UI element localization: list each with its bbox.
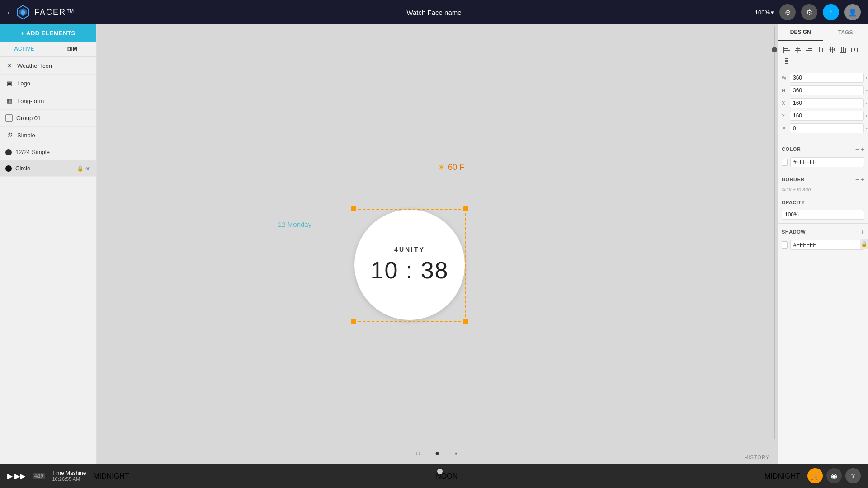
canvas-area[interactable]: ☀ 60 F 12 Monday 4UNITY 10 : (97, 24, 778, 464)
border-plus-button[interactable]: + (861, 176, 864, 183)
midnight-right-label: MIDNIGHT (764, 472, 800, 480)
layer-item-circle[interactable]: Circle 🔒 👁 (0, 160, 96, 177)
handle-top-left[interactable] (351, 206, 356, 211)
weather-element[interactable]: ☀ 60 F (437, 162, 464, 173)
top-bar-left: ‹ FACER™ (7, 5, 75, 20)
timeline-thumb[interactable] (437, 469, 443, 474)
zoom-button[interactable]: 100% ▾ (755, 9, 774, 16)
help-button[interactable]: ? (845, 468, 861, 483)
shape-square-button[interactable]: ▪ (451, 448, 461, 458)
x-label: X (782, 100, 788, 106)
visibility-layer-button[interactable]: 👁 (85, 165, 91, 172)
color-swatch[interactable] (782, 159, 788, 166)
border-section-header: BORDER − + (778, 173, 868, 186)
back-button[interactable]: ‹ (7, 8, 10, 17)
shadow-section-actions: − + (855, 228, 864, 235)
svg-rect-30 (785, 58, 788, 59)
layer-item-12-24-simple[interactable]: 12/24 Simple (0, 144, 96, 160)
layer-actions: 🔒 👁 (77, 165, 91, 172)
layer-item-simple[interactable]: ⏱ Simple (0, 127, 96, 144)
track-name: Time Mashine (52, 470, 86, 476)
selected-element[interactable]: 4UNITY 10 : 38 (354, 209, 466, 322)
layer-item-group01[interactable]: Group 01 (0, 110, 96, 127)
width-input[interactable] (790, 73, 864, 83)
svg-rect-3 (783, 48, 788, 49)
add-elements-button[interactable]: + ADD ELEMENTS (0, 24, 96, 42)
color-minus-button[interactable]: − (855, 145, 859, 153)
slider-thumb[interactable] (772, 47, 777, 52)
track-info: Time Mashine 10:26:55 AM (52, 470, 86, 482)
shadow-plus-button[interactable]: + (861, 228, 864, 235)
layer-tabs: ACTIVE DIM (0, 42, 96, 57)
x-more[interactable]: ••• (866, 100, 868, 106)
opacity-input[interactable] (782, 210, 864, 220)
tab-dim[interactable]: DIM (48, 42, 97, 56)
distribute-v-button[interactable] (782, 56, 792, 66)
tab-design[interactable]: DESIGN (778, 24, 823, 41)
canvas-bottom-controls: ○ ● ▪ (413, 448, 461, 458)
divider-2 (778, 171, 868, 171)
color-input[interactable] (790, 157, 864, 167)
logo-text: FACER™ (34, 8, 75, 17)
align-left-button[interactable] (782, 45, 792, 55)
align-right-button[interactable] (804, 45, 814, 55)
forward-button[interactable]: ▶▶ (14, 472, 25, 480)
svg-rect-18 (817, 47, 824, 47)
cart-button[interactable]: 🛒 (807, 468, 823, 483)
tab-tags[interactable]: TAGS (823, 24, 868, 41)
shadow-minus-button[interactable]: − (855, 228, 859, 235)
play-button[interactable]: ▶ (7, 472, 13, 480)
shadow-color-row (778, 238, 868, 252)
brand-label: 4UNITY (394, 246, 425, 253)
layer-item-logo[interactable]: ▣ Logo (0, 75, 96, 92)
align-top-button[interactable] (816, 45, 826, 55)
layer-name-12-24-simple: 12/24 Simple (15, 149, 91, 155)
handle-top-right[interactable] (463, 206, 468, 211)
shape-dot-button[interactable]: ● (432, 448, 442, 458)
panel-tabs: DESIGN TAGS (778, 24, 868, 41)
border-minus-button[interactable]: − (855, 176, 859, 183)
svg-rect-31 (785, 63, 788, 64)
handle-bottom-right[interactable] (463, 319, 468, 324)
y-more[interactable]: ••• (866, 113, 868, 118)
settings-button[interactable]: ⚙ (801, 4, 817, 20)
canvas-vertical-slider[interactable] (771, 24, 778, 441)
color-section-header: COLOR − + (778, 143, 868, 155)
height-row: H ••• (782, 85, 864, 95)
layer-item-weather-icon[interactable]: ☀ Weather Icon (0, 57, 96, 75)
height-input[interactable] (790, 85, 864, 95)
user-button[interactable]: 👤 (844, 4, 861, 20)
y-row: Y ••• (782, 111, 864, 121)
dial-button[interactable]: ◉ (826, 468, 842, 483)
date-element[interactable]: 12 Monday (278, 221, 311, 228)
height-more[interactable]: ••• (866, 88, 868, 93)
watch-time-text: 10 : 38 (370, 257, 448, 284)
lock-layer-button[interactable]: 🔒 (77, 165, 84, 172)
width-more[interactable]: ••• (866, 75, 868, 80)
z-input[interactable] (790, 123, 864, 133)
shadow-color-input[interactable] (790, 240, 864, 250)
y-input[interactable] (790, 111, 864, 121)
shadow-color-swatch[interactable] (782, 241, 788, 249)
shape-circle-button[interactable]: ○ (413, 448, 423, 458)
x-input[interactable] (790, 98, 864, 108)
tab-active[interactable]: ACTIVE (0, 42, 48, 56)
top-bar-right: 100% ▾ ⊕ ⚙ ↑ 👤 (755, 4, 861, 20)
align-middle-v-button[interactable] (827, 45, 837, 55)
color-plus-button[interactable]: + (861, 145, 864, 153)
upload-button[interactable]: ↑ (823, 4, 839, 20)
z-more[interactable]: ••• (866, 126, 868, 131)
layer-item-long-form[interactable]: ▦ Long-form (0, 92, 96, 110)
panel-lock-icon: 🔒 (860, 239, 868, 249)
opacity-section-header: OPACITY (778, 197, 868, 208)
svg-rect-22 (829, 50, 835, 50)
canvas-workspace: ☀ 60 F 12 Monday 4UNITY 10 : (256, 99, 618, 389)
align-center-h-button[interactable] (793, 45, 803, 55)
midnight-left-label: MIDNIGHT (93, 472, 129, 480)
main-content: + ADD ELEMENTS ACTIVE DIM ☀ Weather Icon… (0, 24, 868, 464)
share-button[interactable]: ⊕ (779, 4, 796, 20)
svg-rect-24 (843, 47, 844, 53)
handle-bottom-left[interactable] (351, 319, 356, 324)
distribute-h-button[interactable] (849, 45, 859, 55)
align-bottom-button[interactable] (838, 45, 848, 55)
